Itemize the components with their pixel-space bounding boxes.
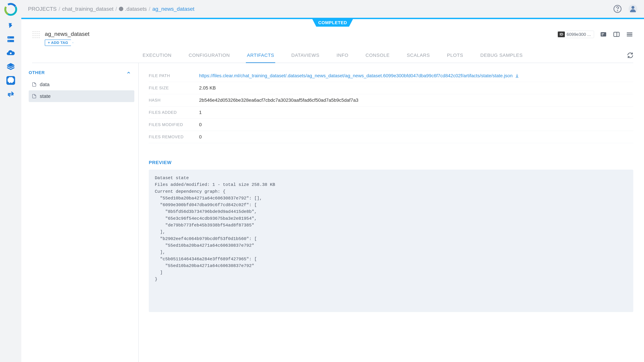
- view-card-icon[interactable]: [600, 31, 607, 38]
- add-tag-button[interactable]: + ADD TAG: [45, 39, 73, 46]
- svg-point-9: [617, 10, 618, 11]
- nav-layers-icon[interactable]: [6, 62, 15, 71]
- side-heading-other[interactable]: OTHER: [29, 70, 134, 75]
- side-item-label: state: [40, 93, 51, 99]
- kv-label-files-modified: FILES MODIFIED: [149, 122, 199, 127]
- svg-point-6: [8, 41, 9, 41]
- plus-icon: +: [48, 40, 50, 45]
- breadcrumb-projects[interactable]: PROJECTS: [28, 6, 57, 12]
- tab-artifacts[interactable]: ARTIFACTS: [246, 53, 275, 63]
- breadcrumb-sep: /: [59, 6, 60, 12]
- logo: [4, 3, 18, 16]
- breadcrumb-sep: /: [149, 6, 150, 12]
- tab-configuration[interactable]: CONFIGURATION: [188, 53, 231, 63]
- side-item-data[interactable]: data: [29, 79, 134, 90]
- svg-rect-4: [8, 40, 14, 42]
- side-item-label: data: [40, 82, 50, 87]
- topbar: PROJECTS / chat_training_dataset / .data…: [21, 0, 644, 18]
- side-item-state[interactable]: state: [29, 90, 134, 102]
- kv-label-files-removed: FILES REMOVED: [149, 135, 199, 139]
- svg-point-7: [10, 52, 12, 54]
- nav-upload-icon[interactable]: [6, 49, 15, 57]
- breadcrumb-datasets[interactable]: .datasets: [119, 6, 147, 12]
- tab-console[interactable]: CONSOLE: [364, 53, 391, 63]
- tab-execution[interactable]: EXECUTION: [142, 53, 172, 63]
- view-split-icon[interactable]: [613, 31, 620, 38]
- svg-point-5: [8, 37, 9, 38]
- svg-rect-11: [601, 32, 606, 36]
- svg-rect-12: [602, 33, 604, 34]
- page-title: ag_news_dataset: [45, 31, 90, 37]
- breadcrumbs: PROJECTS / chat_training_dataset / .data…: [28, 6, 194, 12]
- kv-value-filesize: 2.05 KB: [199, 85, 216, 91]
- preview-heading: PREVIEW: [149, 160, 633, 165]
- left-nav-rail: [0, 0, 21, 362]
- svg-point-10: [632, 6, 634, 9]
- kv-label-filepath: FILE PATH: [149, 73, 199, 78]
- svg-rect-17: [627, 34, 632, 35]
- nav-brain-icon[interactable]: [6, 76, 15, 85]
- kv-value-files-removed: 0: [199, 134, 202, 140]
- kv-value-files-added: 1: [199, 110, 202, 115]
- user-avatar-icon[interactable]: [628, 4, 637, 13]
- nav-transfer-icon[interactable]: [6, 90, 15, 98]
- svg-rect-18: [627, 35, 632, 36]
- tab-info[interactable]: INFO: [336, 53, 350, 63]
- tab-plots[interactable]: PLOTS: [446, 53, 464, 63]
- kv-label-filesize: FILE SIZE: [149, 86, 199, 90]
- kv-label-hash: HASH: [149, 98, 199, 103]
- kv-value-files-modified: 0: [199, 122, 202, 127]
- tab-dataviews[interactable]: DATAVIEWS: [290, 53, 320, 63]
- tab-debug-samples[interactable]: DEBUG SAMPLES: [479, 53, 524, 63]
- kv-label-files-added: FILES ADDED: [149, 110, 199, 115]
- dataset-grid-icon: [32, 31, 41, 39]
- file-icon: [32, 82, 37, 87]
- side-heading-label: OTHER: [29, 70, 45, 75]
- tab-scalars[interactable]: SCALARS: [406, 53, 431, 63]
- artifact-side-panel: OTHER data state: [21, 63, 139, 362]
- refresh-icon[interactable]: [626, 52, 634, 59]
- artifact-detail-panel: FILE PATH https://files.clear.ml/chat_tr…: [139, 63, 644, 362]
- breadcrumb-current[interactable]: ag_news_dataset: [152, 6, 194, 12]
- svg-rect-13: [602, 35, 603, 35]
- tabs: EXECUTION CONFIGURATION ARTIFACTS DATAVI…: [32, 53, 633, 63]
- download-icon[interactable]: [515, 73, 520, 78]
- id-pill[interactable]: ID 6099e300 ...: [557, 31, 594, 38]
- status-badge: COMPLETED: [312, 19, 353, 27]
- id-value: 6099e300 ...: [566, 32, 591, 37]
- chevron-up-icon: [126, 70, 131, 75]
- svg-rect-16: [627, 32, 632, 33]
- nav-server-icon[interactable]: [6, 35, 15, 43]
- file-path-link[interactable]: https://files.clear.ml/chat_training_dat…: [199, 73, 513, 78]
- breadcrumb-datasets-label: .datasets: [125, 6, 147, 12]
- add-tag-label: ADD TAG: [51, 40, 68, 45]
- ghost-icon: [119, 7, 123, 11]
- svg-rect-3: [8, 36, 14, 38]
- breadcrumb-project[interactable]: chat_training_dataset: [62, 6, 114, 12]
- breadcrumb-sep: /: [116, 6, 117, 12]
- kv-value-hash: 2b546e42d05326be328ea6acf7cbdc7a30230aaf…: [199, 97, 358, 103]
- nav-run-icon[interactable]: [6, 21, 15, 30]
- file-icon: [32, 94, 37, 99]
- menu-icon[interactable]: [626, 31, 633, 38]
- help-icon[interactable]: [613, 4, 622, 13]
- preview-content: Dataset state Files added/modified: 1 - …: [149, 170, 633, 312]
- id-label: ID: [558, 31, 565, 37]
